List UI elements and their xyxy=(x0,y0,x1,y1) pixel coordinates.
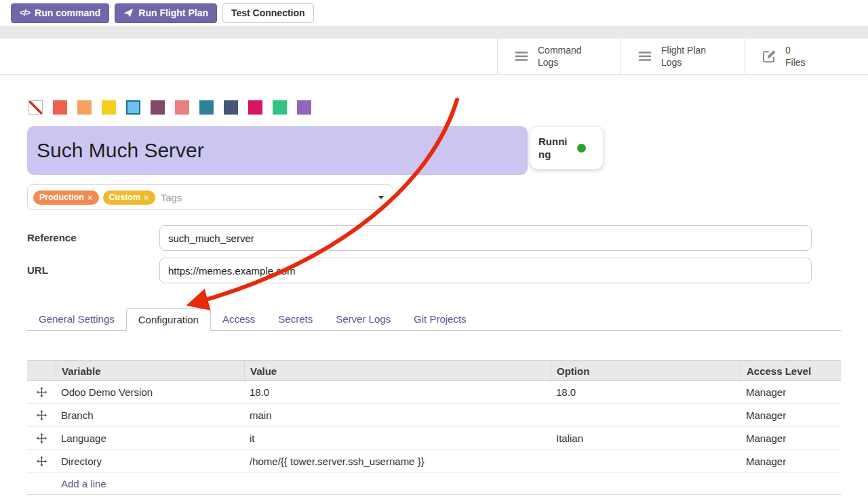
header-band: CommandLogs Flight PlanLogs 0Files xyxy=(0,39,868,75)
tab-server-logs[interactable]: Server Logs xyxy=(324,308,402,330)
color-swatch-purple[interactable] xyxy=(297,100,311,115)
column-variable: Variable xyxy=(56,361,244,382)
tag-label: Production xyxy=(39,193,84,202)
color-swatch-green[interactable] xyxy=(273,100,287,115)
remove-tag-icon[interactable]: × xyxy=(144,193,149,202)
color-swatch-magenta[interactable] xyxy=(248,100,262,115)
command-logs-button[interactable]: CommandLogs xyxy=(497,39,620,74)
tag-custom[interactable]: Custom × xyxy=(103,190,155,205)
cell-access[interactable]: Manager xyxy=(741,409,841,421)
table-header: Variable Value Option Access Level xyxy=(27,360,841,381)
color-swatch-teal[interactable] xyxy=(199,100,214,115)
paper-plane-icon xyxy=(123,8,134,18)
tab-bar: General Settings Configuration Access Se… xyxy=(27,308,841,331)
tab-general-settings[interactable]: General Settings xyxy=(27,308,126,330)
url-input[interactable] xyxy=(159,258,812,283)
color-swatch-orange[interactable] xyxy=(77,100,92,115)
table-row[interactable]: Directory /home/{{ tower.server.ssh_user… xyxy=(27,450,841,473)
button-box: CommandLogs Flight PlanLogs 0Files xyxy=(497,39,868,74)
run-command-label: Run command xyxy=(35,7,100,18)
color-picker xyxy=(28,100,311,115)
cell-access[interactable]: Manager xyxy=(741,386,841,398)
list-icon xyxy=(637,49,652,64)
config-table: Variable Value Option Access Level Odoo … xyxy=(27,360,841,495)
tab-configuration[interactable]: Configuration xyxy=(126,308,211,331)
drag-handle-icon[interactable] xyxy=(27,456,56,466)
handle-column-header xyxy=(27,361,56,382)
add-a-line-link[interactable]: Add a line xyxy=(56,478,244,489)
table-row[interactable]: Branch main Manager xyxy=(27,404,841,427)
cell-variable[interactable]: Directory xyxy=(56,456,244,467)
tags-input[interactable]: Production × Custom × Tags xyxy=(27,184,393,210)
color-swatch-red[interactable] xyxy=(53,100,67,115)
column-value: Value xyxy=(244,361,551,382)
column-option: Option xyxy=(551,361,741,382)
color-swatch-yellow[interactable] xyxy=(102,100,116,115)
tab-git-projects[interactable]: Git Projects xyxy=(402,308,478,330)
color-swatch-salmon[interactable] xyxy=(175,100,189,115)
table-row[interactable]: Language it Italian Manager xyxy=(27,427,841,450)
status-widget[interactable]: Running xyxy=(530,126,604,169)
dropdown-caret-icon[interactable] xyxy=(378,196,384,199)
top-toolbar: </> Run command Run Flight Plan Test Con… xyxy=(0,0,868,26)
reference-input[interactable] xyxy=(159,225,812,251)
column-access-level: Access Level xyxy=(741,361,841,382)
run-command-button[interactable]: </> Run command xyxy=(11,3,109,23)
tags-placeholder: Tags xyxy=(161,192,182,203)
divider-band xyxy=(0,26,868,39)
test-connection-button[interactable]: Test Connection xyxy=(222,3,314,23)
color-swatch-maroon[interactable] xyxy=(151,100,165,115)
status-label: Running xyxy=(538,135,571,161)
cell-variable[interactable]: Branch xyxy=(56,409,244,421)
drag-handle-icon[interactable] xyxy=(27,433,56,443)
tag-production[interactable]: Production × xyxy=(33,190,99,205)
color-swatch-cyan[interactable] xyxy=(126,100,140,115)
list-icon xyxy=(514,49,529,64)
cell-variable[interactable]: Odoo Demo Version xyxy=(56,386,244,398)
files-button[interactable]: 0Files xyxy=(745,39,868,74)
edit-icon xyxy=(762,49,776,64)
cell-value[interactable]: 18.0 xyxy=(244,386,551,398)
page: { "toolbar": { "run_command_icon": "</>"… xyxy=(0,0,868,503)
test-connection-label: Test Connection xyxy=(231,7,305,18)
status-dot xyxy=(577,144,586,153)
cell-option[interactable]: Italian xyxy=(551,432,741,444)
cell-access[interactable]: Manager xyxy=(741,456,841,467)
server-name-input[interactable] xyxy=(27,126,528,175)
tab-secrets[interactable]: Secrets xyxy=(267,308,324,330)
tab-access[interactable]: Access xyxy=(211,308,267,330)
color-swatch-none[interactable] xyxy=(28,100,43,115)
reference-label: Reference xyxy=(27,225,77,251)
cell-option[interactable]: 18.0 xyxy=(551,386,741,398)
color-swatch-navy[interactable] xyxy=(224,100,238,115)
table-row[interactable]: Odoo Demo Version 18.0 18.0 Manager xyxy=(27,381,841,404)
flight-plan-logs-button[interactable]: Flight PlanLogs xyxy=(620,39,745,74)
cell-value[interactable]: main xyxy=(244,409,551,421)
cell-value[interactable]: it xyxy=(244,432,551,444)
run-flight-plan-button[interactable]: Run Flight Plan xyxy=(115,3,217,23)
code-icon: </> xyxy=(20,8,30,18)
remove-tag-icon[interactable]: × xyxy=(87,193,93,202)
run-flight-plan-label: Run Flight Plan xyxy=(138,7,208,18)
drag-handle-icon[interactable] xyxy=(27,387,56,397)
cell-access[interactable]: Manager xyxy=(741,432,841,444)
add-line-row: Add a line xyxy=(27,473,841,495)
drag-handle-icon[interactable] xyxy=(27,410,56,420)
tag-label: Custom xyxy=(109,193,141,202)
cell-variable[interactable]: Language xyxy=(56,432,244,444)
cell-value[interactable]: /home/{{ tower.server.ssh_username }} xyxy=(244,456,551,467)
command-logs-label: CommandLogs xyxy=(538,44,582,68)
url-label: URL xyxy=(27,258,48,283)
flight-plan-logs-label: Flight PlanLogs xyxy=(661,44,706,68)
files-label: 0Files xyxy=(785,44,806,68)
